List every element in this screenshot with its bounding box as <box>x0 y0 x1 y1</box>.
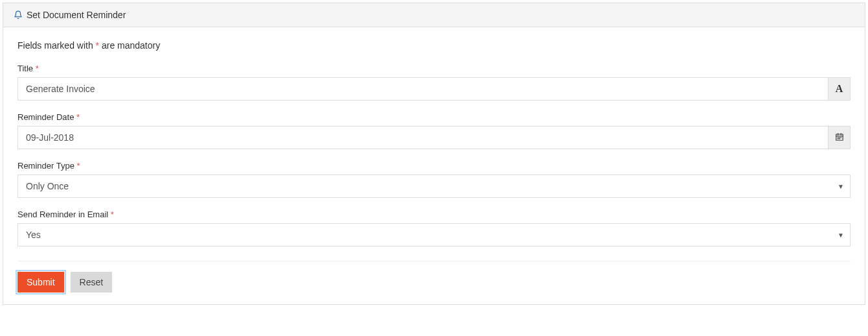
reminder-date-group: Reminder Date * <box>17 112 851 149</box>
submit-button[interactable]: Submit <box>17 272 64 293</box>
reminder-date-input[interactable] <box>17 126 828 149</box>
title-font-button[interactable]: A <box>828 77 851 101</box>
send-email-label: Send Reminder in Email * <box>17 210 851 219</box>
calendar-button[interactable] <box>828 126 851 149</box>
send-email-group: Send Reminder in Email * Yes ▼ <box>17 210 851 246</box>
calendar-icon <box>835 132 844 143</box>
send-email-select[interactable]: Yes <box>17 223 851 246</box>
reminder-type-group: Reminder Type * Only Once ▼ <box>17 161 851 198</box>
reminder-type-select[interactable]: Only Once <box>17 174 851 198</box>
title-label: Title * <box>17 64 851 73</box>
reminder-type-label: Reminder Type * <box>17 161 851 171</box>
button-row: Submit Reset <box>17 272 851 293</box>
panel-header: Set Document Reminder <box>3 3 865 27</box>
reminder-date-input-row <box>17 126 851 149</box>
reset-button[interactable]: Reset <box>71 272 113 293</box>
panel-body: Fields marked with * are mandatory Title… <box>3 27 865 304</box>
title-group: Title * A <box>17 64 851 101</box>
title-input[interactable] <box>17 77 828 101</box>
bell-icon <box>14 10 23 19</box>
mandatory-hint: Fields marked with * are mandatory <box>17 40 851 51</box>
reminder-panel: Set Document Reminder Fields marked with… <box>3 3 865 305</box>
panel-title: Set Document Reminder <box>27 10 126 20</box>
reminder-type-select-wrap: Only Once ▼ <box>17 174 851 198</box>
reminder-date-label: Reminder Date * <box>17 112 851 122</box>
form-divider <box>17 261 851 261</box>
font-icon: A <box>836 83 843 95</box>
send-email-select-wrap: Yes ▼ <box>17 223 851 246</box>
title-input-row: A <box>17 77 851 101</box>
